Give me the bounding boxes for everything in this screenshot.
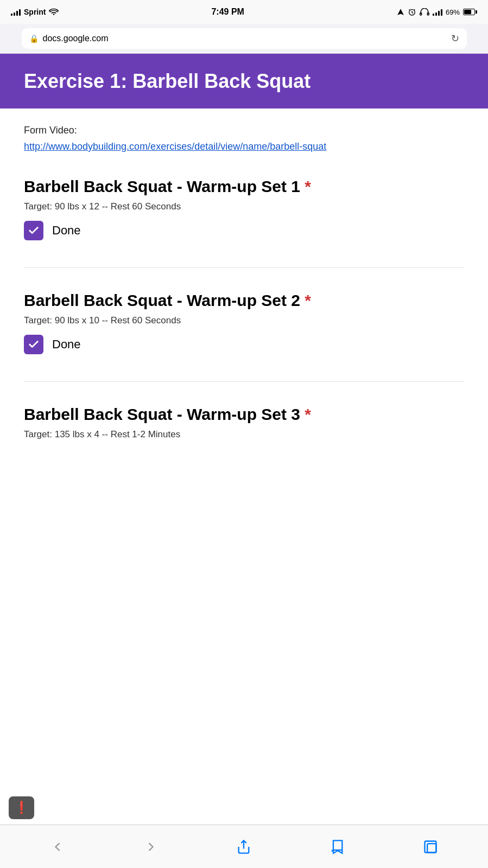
bookmark-icon [329,839,345,854]
battery-icon [463,9,477,15]
status-left: Sprint [11,8,59,16]
svg-rect-5 [427,844,436,852]
back-button[interactable] [39,834,76,860]
set-1-target: Target: 90 lbs x 12 -- Rest 60 Seconds [24,201,464,212]
status-time: 7:49 PM [211,7,244,17]
alarm-icon [408,8,416,16]
status-bar: Sprint 7:49 PM [0,0,488,24]
carrier-name: Sprint [24,8,46,16]
address-content: 🔒 docs.google.com [29,34,109,43]
form-video-label: Form Video: [24,125,464,136]
signal-strength-lte [433,8,442,16]
headphones-icon [420,8,429,16]
wifi-icon [49,8,59,16]
set-1-done-label: Done [52,224,81,238]
checkmark-icon-2 [28,339,40,350]
lock-icon: 🔒 [29,34,39,43]
set-divider-2 [24,381,464,382]
set-2-checkbox-row[interactable]: Done [24,335,464,354]
set-2-done-label: Done [52,337,81,352]
page-content: Exercise 1: Barbell Back Squat Form Vide… [0,54,488,527]
forward-icon [143,839,159,854]
bookmark-button[interactable] [319,834,356,860]
bottom-nav [0,825,488,868]
address-bar-wrap: 🔒 docs.google.com ↻ [0,24,488,54]
address-bar[interactable]: 🔒 docs.google.com ↻ [22,28,467,49]
set-1-checkbox[interactable] [24,221,43,240]
content-body: Form Video: http://www.bodybuilding.com/… [0,108,488,483]
form-video-section: Form Video: http://www.bodybuilding.com/… [24,125,464,154]
reload-button[interactable]: ↻ [451,33,459,44]
exercise-header: Exercise 1: Barbell Back Squat [0,54,488,108]
feedback-button[interactable]: ❗ [9,796,34,819]
battery-percentage: 69% [446,8,460,16]
feedback-icon: ❗ [14,801,29,814]
signal-bars [11,8,21,16]
svg-rect-4 [425,841,436,852]
checkmark-icon [28,225,40,237]
set-1-title: Barbell Back Squat - Warm-up Set 1 * [24,176,464,197]
set-divider-1 [24,267,464,268]
exercise-set-1: Barbell Back Squat - Warm-up Set 1 * Tar… [24,176,464,240]
signal-bar-4 [19,9,21,16]
exercise-set-2: Barbell Back Squat - Warm-up Set 2 * Tar… [24,290,464,354]
share-icon [236,839,251,854]
set-1-checkbox-row[interactable]: Done [24,221,464,240]
exercise-title: Exercise 1: Barbell Back Squat [24,69,464,93]
forward-button[interactable] [132,834,169,860]
form-video-link[interactable]: http://www.bodybuilding.com/exercises/de… [24,139,464,154]
status-right: 69% [397,8,477,16]
set-2-target: Target: 90 lbs x 10 -- Rest 60 Seconds [24,315,464,326]
signal-bar-3 [16,11,18,16]
tabs-button[interactable] [412,834,449,860]
set-2-title: Barbell Back Squat - Warm-up Set 2 * [24,290,464,311]
back-icon [50,839,65,854]
share-button[interactable] [225,834,262,860]
url-text: docs.google.com [43,34,109,43]
tabs-icon [423,839,438,854]
location-icon [397,8,404,16]
set-3-target: Target: 135 lbs x 4 -- Rest 1-2 Minutes [24,429,464,440]
signal-bar-1 [11,14,12,16]
set-2-checkbox[interactable] [24,335,43,354]
exercise-set-3: Barbell Back Squat - Warm-up Set 3 * Tar… [24,404,464,440]
signal-bar-2 [14,12,15,16]
set-3-title: Barbell Back Squat - Warm-up Set 3 * [24,404,464,425]
